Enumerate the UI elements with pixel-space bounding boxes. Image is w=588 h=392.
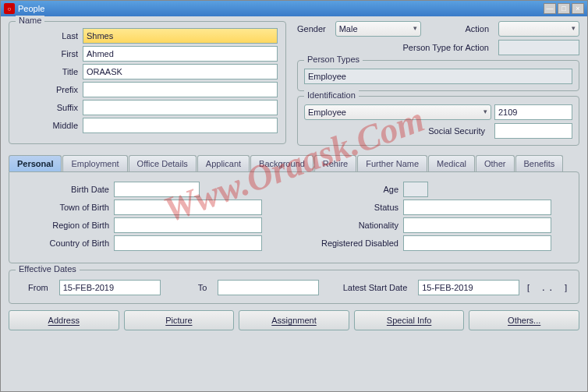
action-select[interactable]	[498, 21, 579, 37]
region-label: Region of Birth	[20, 221, 114, 230]
country-label: Country of Birth	[20, 238, 114, 248]
window-body: Name Last First Title Prefix Suffix Midd…	[1, 16, 587, 335]
titlebar: ○ People — □ ×	[1, 1, 587, 16]
last-input[interactable]	[83, 28, 278, 44]
person-type-action-input[interactable]	[498, 40, 579, 55]
app-icon: ○	[4, 3, 15, 14]
birth-date-input[interactable]	[114, 182, 200, 197]
picture-button[interactable]: Picture	[124, 310, 235, 330]
gender-label: Gender	[297, 24, 331, 34]
tab-benefits[interactable]: Benefits	[515, 155, 564, 171]
prefix-label: Prefix	[17, 85, 83, 94]
first-input[interactable]	[83, 46, 278, 62]
tab-rehire[interactable]: Rehire	[314, 155, 356, 171]
name-legend: Name	[16, 16, 44, 25]
name-fieldset: Name Last First Title Prefix Suffix Midd…	[9, 21, 286, 144]
identification-legend: Identification	[304, 90, 359, 100]
last-label: Last	[17, 31, 83, 41]
tab-personal[interactable]: Personal	[9, 155, 62, 171]
suffix-input[interactable]	[83, 100, 278, 115]
age-input[interactable]	[403, 182, 428, 197]
effective-dates-legend: Effective Dates	[16, 264, 80, 274]
person-types-input[interactable]	[304, 69, 572, 84]
middle-input[interactable]	[83, 118, 278, 133]
tab-background[interactable]: Background	[250, 155, 313, 171]
address-button[interactable]: Address	[9, 310, 119, 330]
nationality-input[interactable]	[403, 217, 551, 233]
country-input[interactable]	[114, 235, 262, 251]
people-window: ○ People — □ × Name Last First Title Pre…	[0, 0, 588, 392]
latest-input[interactable]	[418, 280, 519, 295]
middle-label: Middle	[17, 121, 83, 130]
person-types-fieldset: Person Types	[297, 60, 579, 91]
others-button[interactable]: Others...	[469, 310, 579, 330]
title-label: Title	[17, 67, 83, 76]
age-label: Age	[310, 185, 403, 194]
suffix-label: Suffix	[17, 103, 83, 112]
minimize-button[interactable]: —	[544, 3, 556, 14]
tabs: Personal Employment Office Details Appli…	[9, 155, 579, 171]
tab-body-personal: Birth Date Town of Birth Region of Birth…	[9, 171, 579, 263]
town-label: Town of Birth	[20, 203, 114, 212]
special-info-button[interactable]: Special Info	[354, 310, 465, 330]
prefix-input[interactable]	[83, 82, 278, 97]
disabled-input[interactable]	[403, 235, 551, 251]
from-input[interactable]	[59, 280, 161, 295]
identification-type-select[interactable]: Employee	[304, 104, 491, 120]
title-input[interactable]	[83, 64, 278, 79]
window-title: People	[18, 4, 44, 13]
brackets[interactable]: [ .. ]	[526, 283, 571, 293]
disabled-label: Registered Disabled	[310, 238, 403, 248]
right-column: Gender Male Action Person Type for Actio…	[297, 21, 579, 149]
gender-select[interactable]: Male	[335, 21, 421, 37]
person-type-action-label: Person Type for Action	[403, 43, 494, 52]
social-security-input[interactable]	[494, 123, 572, 139]
tab-office-details[interactable]: Office Details	[129, 155, 197, 171]
status-input[interactable]	[403, 200, 551, 215]
action-label: Action	[465, 24, 494, 34]
identification-number-input[interactable]	[494, 104, 572, 120]
from-label: From	[28, 283, 53, 292]
status-label: Status	[310, 203, 403, 212]
button-row: Address Picture Assignment Special Info …	[9, 310, 579, 330]
birth-date-label: Birth Date	[20, 185, 114, 194]
maximize-button[interactable]: □	[558, 3, 570, 14]
region-input[interactable]	[114, 217, 262, 233]
tab-further-name[interactable]: Further Name	[357, 155, 427, 171]
effective-dates-fieldset: Effective Dates From To Latest Start Dat…	[9, 270, 579, 304]
nationality-label: Nationality	[310, 221, 403, 230]
to-input[interactable]	[218, 280, 319, 295]
social-security-label: Social Security	[428, 126, 490, 136]
tab-employment[interactable]: Employment	[62, 155, 127, 171]
assignment-button[interactable]: Assignment	[239, 310, 349, 330]
tab-applicant[interactable]: Applicant	[197, 155, 250, 171]
tab-medical[interactable]: Medical	[428, 155, 475, 171]
town-input[interactable]	[114, 200, 262, 215]
person-types-legend: Person Types	[304, 55, 363, 64]
first-label: First	[17, 49, 83, 58]
window-controls: — □ ×	[544, 3, 584, 14]
to-label: To	[198, 283, 212, 292]
tab-other[interactable]: Other	[476, 155, 515, 171]
latest-label: Latest Start Date	[343, 283, 413, 292]
close-button[interactable]: ×	[572, 3, 584, 14]
identification-fieldset: Identification Employee Social Security	[297, 96, 579, 146]
